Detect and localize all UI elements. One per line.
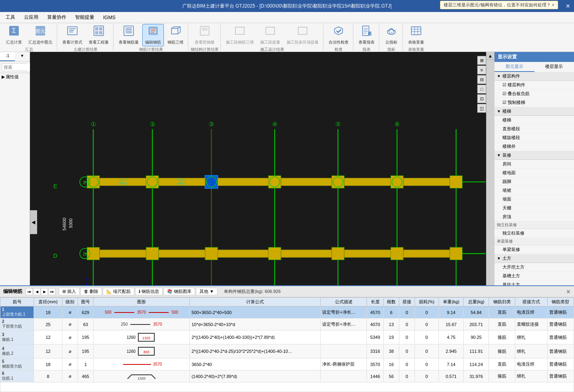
btn-rebar-library[interactable]: 📚 钢筋图库	[163, 288, 195, 295]
menu-tool[interactable]: 工具	[2, 13, 19, 22]
left-tab-inactive[interactable]: ▼	[15, 52, 30, 61]
tab-floor-display[interactable]: 楼层显示	[534, 62, 574, 72]
btn-table-calc[interactable]: 表格算量	[405, 24, 427, 46]
table-row[interactable]: 5侧面受力筋18⌀1 3570 3650-2*40净长-两侧保护层3570160…	[0, 358, 574, 370]
menu-cloud[interactable]: 云应用	[20, 13, 42, 22]
group-label-summary: 汇总	[25, 46, 33, 52]
section-header-stair[interactable]: ▼ 楼梯	[494, 107, 574, 116]
item-floor-component[interactable]: ☑ 楼层构件	[494, 81, 574, 90]
btn-construction-multi[interactable]: 施工段多区域提量	[284, 24, 321, 46]
group-label-check: 检查	[335, 46, 343, 52]
left-collapse-tab[interactable]: ◀	[30, 210, 37, 234]
item-ceiling[interactable]: 天棚	[494, 204, 574, 213]
table-row[interactable]: 2下部受力筋25⌀63 250 3570 10*d+3650-2*40+10*d…	[0, 318, 574, 330]
tree-item-1[interactable]: ▶ 属性值	[0, 73, 30, 81]
cell-rebar-name[interactable]: 4箍筋.2	[0, 344, 34, 358]
item-wall-surface[interactable]: 墙面	[494, 195, 574, 204]
nav-first-btn[interactable]: ⏮	[26, 288, 33, 295]
item-single-beam[interactable]: 单梁装修	[494, 245, 574, 254]
table-row[interactable]: 4箍筋.212⌀195 1260 303 2*((1400-2*40-2*d-2…	[0, 344, 574, 358]
notification-banner[interactable]: 楼层三维显示图元/轴网有错位，位置不对应如何处理？ >	[440, 1, 558, 9]
btn-eng-quantity[interactable]: 查看工程量	[86, 24, 112, 46]
canvas-tool-6[interactable]: ◫	[477, 104, 486, 113]
svg-rect-35	[363, 26, 369, 36]
left-tab-active[interactable]: -1	[0, 52, 15, 61]
item-straight-flight[interactable]: 直形楼段	[494, 125, 574, 133]
cell-rebar-name[interactable]: 5侧面受力筋	[0, 358, 34, 370]
btn-calc-formula[interactable]: 查看计算式	[60, 24, 85, 46]
item-trench-excavation[interactable]: 基槽土方	[494, 272, 574, 281]
section-header-decoration[interactable]: ▼ 装修	[494, 151, 574, 160]
canvas-tool-1[interactable]: ⊞	[477, 56, 486, 65]
nav-next-btn[interactable]: ▶	[41, 288, 48, 295]
th-shape: 图形	[93, 298, 189, 306]
cloud-indicator-icon	[386, 25, 397, 39]
item-open-excavation[interactable]: 大开挖土方	[494, 263, 574, 272]
total-weight-label: 单构件钢筋总重(kg): 606.926	[224, 289, 281, 294]
item-staircase[interactable]: 楼梯	[494, 116, 574, 125]
item-floor-surface[interactable]: 楼地面	[494, 169, 574, 177]
toolbar-group-check: 合法性检查 检查	[324, 24, 353, 51]
item-skirting[interactable]: 踢脚	[494, 177, 574, 186]
cell-rebar-name[interactable]: 3箍筋.1	[0, 330, 34, 344]
nav-prev-btn[interactable]: ◀	[33, 288, 40, 295]
btn-delete[interactable]: 🗑 删除	[80, 288, 102, 295]
canvas-tool-5[interactable]: ⊡	[477, 94, 486, 103]
scale-icon: 📐	[106, 289, 112, 294]
tab-element-display[interactable]: 图元显示	[494, 62, 534, 72]
canvas-tool-2[interactable]: ≡	[477, 66, 486, 74]
nav-last-btn[interactable]: ⏭	[48, 288, 56, 295]
btn-steel-quantity[interactable]: 查看型钢量	[192, 24, 217, 46]
th-desc: 公式描述	[321, 298, 367, 306]
item-spiral-flight[interactable]: 螺旋楼段	[494, 133, 574, 142]
btn-construction-qty[interactable]: 施工段提量	[257, 24, 283, 46]
btn-scale-rebar[interactable]: 📐 缩尺配筋	[103, 288, 134, 295]
item-standalone-column[interactable]: 独立柱装修	[494, 229, 574, 238]
btn-legal-check[interactable]: 合法性检查	[326, 24, 351, 46]
menu-smart[interactable]: 智能提量	[71, 13, 98, 22]
table-row[interactable]: 1上部受力筋.118⌀629 500 3570 500 500+3650-2*4…	[0, 306, 574, 318]
svg-rect-78	[146, 175, 159, 188]
table-cell: 10*d+3650-2*40+10*d	[190, 318, 321, 330]
table-cell: 普通钢筋	[547, 370, 574, 382]
btn-rebar-info[interactable]: ℹ 钢筋信息	[135, 288, 163, 295]
cell-rebar-name[interactable]: 6拉筋.1	[0, 370, 34, 382]
subsection-single-beam: 单梁装修	[494, 238, 574, 245]
item-prefab-stair[interactable]: ☑ 预制楼梯	[494, 98, 574, 107]
svg-rect-97	[100, 250, 146, 257]
cell-rebar-name[interactable]: 2下部受力筋	[0, 318, 34, 330]
item-roof[interactable]: 房顶	[494, 213, 574, 221]
section-header-earthwork[interactable]: ▼ 土方	[494, 254, 574, 263]
cell-rebar-name[interactable]: 1上部受力筋.1	[0, 306, 34, 318]
btn-rebar-quantity[interactable]: 查看钢筋量	[116, 24, 142, 46]
btn-edit-rebar[interactable]: 编辑钢筋	[142, 24, 164, 46]
menu-igms[interactable]: IGMS	[99, 14, 120, 21]
btn-summary-calc[interactable]: Σ 汇总计算	[3, 24, 25, 46]
scroll-up-btn[interactable]: ▲	[486, 52, 494, 60]
btn-rebar-3d[interactable]: 钢筋三维	[165, 24, 186, 46]
canvas-tool-3[interactable]: ⊟	[477, 75, 486, 84]
menu-collab[interactable]: 算量协作	[43, 13, 70, 22]
btn-cloud-indicator[interactable]: 云指标	[382, 24, 401, 46]
table-cell: 1446	[367, 370, 384, 382]
btn-summary-selected[interactable]: 图元 汇总选中图元	[26, 24, 55, 46]
item-stair-well[interactable]: 楼梯井	[494, 142, 574, 151]
canvas-tool-4[interactable]: □	[477, 85, 486, 94]
item-room[interactable]: 房间	[494, 160, 574, 169]
item-dado[interactable]: 墙裙	[494, 186, 574, 195]
btn-construction-3d[interactable]: 施工段钢筋三维	[223, 24, 257, 46]
btn-label-edit-rebar: 编辑钢筋	[145, 40, 161, 45]
table-row[interactable]: 3箍筋.112⌀195 1260 1320 2*((1400-2*40)+(14…	[0, 330, 574, 344]
btn-insert[interactable]: ⊞ 插入	[59, 288, 80, 295]
table-row[interactable]: 6拉筋.18⌀465 1320 (1400-2*40)+2*(7.89*d)14…	[0, 370, 574, 382]
svg-text:D: D	[83, 251, 86, 257]
table-cell: (1400-2*40)+2*(7.89*d)	[190, 370, 321, 382]
btn-view-report[interactable]: 查看报表	[356, 24, 377, 46]
section-header-floor-component[interactable]: ▼ 楼层构件	[494, 72, 574, 81]
item-composite-slab[interactable]: ☑ 叠合板负筋	[494, 90, 574, 98]
canvas-tools: ⊞ ≡ ⊟ □ ⊡ ◫	[477, 56, 486, 113]
edit-rebar-panel: 编辑钢筋 ⏮ ◀ ▶ ⏭ ⊞ 插入 🗑 删除 📐 缩尺配筋 ℹ 钢筋信息	[0, 285, 574, 392]
close-button[interactable]: ✕	[562, 0, 574, 12]
bottom-panel-close[interactable]: ✕	[566, 289, 571, 295]
btn-other[interactable]: 其他 ▼	[196, 288, 217, 295]
